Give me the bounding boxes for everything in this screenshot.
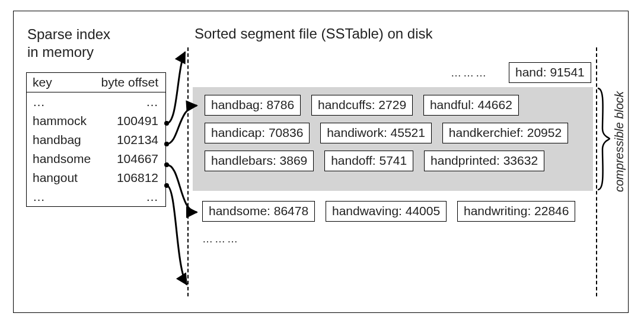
table-row: handbag 102134 [27, 130, 165, 149]
header-offset: byte offset [101, 75, 158, 90]
row-offset: 100491 [117, 114, 158, 128]
header-key: key [33, 75, 101, 90]
sstable-entry: handlebars: 3869 [205, 151, 314, 171]
row-offset: … [146, 190, 158, 204]
sstable-entry: handprinted: 33632 [424, 151, 544, 171]
diagram-canvas: Sparse index in memory key byte offset …… [0, 0, 644, 326]
ellipsis-bottom: ……… [202, 233, 240, 245]
sstable-entry: handwaving: 44005 [326, 201, 447, 222]
table-row: … … [27, 92, 165, 111]
sparse-index-table: key byte offset … … hammock 100491 handb… [26, 72, 166, 207]
block-row: handbag: 8786 handcuffs: 2729 handful: 4… [201, 92, 591, 119]
sstable-entry: handicap: 70836 [205, 123, 310, 143]
sstable-entry: handoff: 5741 [324, 151, 413, 171]
table-row: hangout 106812 [27, 168, 165, 187]
row-key: … [33, 95, 146, 109]
entry-before-block: hand: 91541 [505, 59, 595, 86]
row-offset: 104667 [117, 152, 158, 166]
row-key: handbag [33, 133, 117, 147]
sstable-entry: handiwork: 45521 [320, 123, 432, 143]
sparse-index-header: key byte offset [27, 73, 165, 92]
row-offset: … [146, 95, 158, 109]
table-row: … … [27, 187, 165, 206]
segment-title: Sorted segment file (SSTable) on disk [195, 25, 433, 42]
sstable-entry: handwriting: 22846 [457, 201, 575, 222]
sstable-entry: handcuffs: 2729 [311, 95, 413, 116]
segment-start-divider [187, 47, 189, 296]
table-row: hammock 100491 [27, 111, 165, 130]
brace-icon [597, 87, 611, 191]
sstable-entry: handkerchief: 20952 [442, 123, 568, 143]
compressible-block: handbag: 8786 handcuffs: 2729 handful: 4… [193, 87, 593, 191]
block-row: handicap: 70836 handiwork: 45521 handker… [201, 120, 591, 146]
block-row: handsome: 86478 handwaving: 44005 handwr… [199, 198, 593, 225]
row-key: … [33, 190, 146, 204]
row-offset: 106812 [117, 171, 158, 185]
row-key: hammock [33, 114, 117, 128]
row-key: handsome [33, 152, 117, 166]
ellipsis-top: ……… [451, 67, 488, 79]
table-row: handsome 104667 [27, 149, 165, 168]
sstable-entry: handful: 44662 [423, 95, 519, 116]
sparse-title-line1: Sparse index [27, 26, 110, 42]
row-key: hangout [33, 171, 117, 185]
sstable-entry: handsome: 86478 [202, 201, 315, 222]
sstable-entry: handbag: 8786 [205, 95, 301, 116]
compressible-block-label: compressible block [613, 91, 626, 192]
sparse-title-line2: in memory [27, 44, 94, 60]
row-after-block: handsome: 86478 handwaving: 44005 handwr… [193, 197, 593, 226]
sstable-entry: hand: 91541 [509, 62, 591, 83]
block-row: handlebars: 3869 handoff: 5741 handprint… [201, 148, 591, 174]
row-offset: 102134 [117, 133, 158, 147]
sparse-index-title: Sparse index in memory [27, 25, 110, 61]
